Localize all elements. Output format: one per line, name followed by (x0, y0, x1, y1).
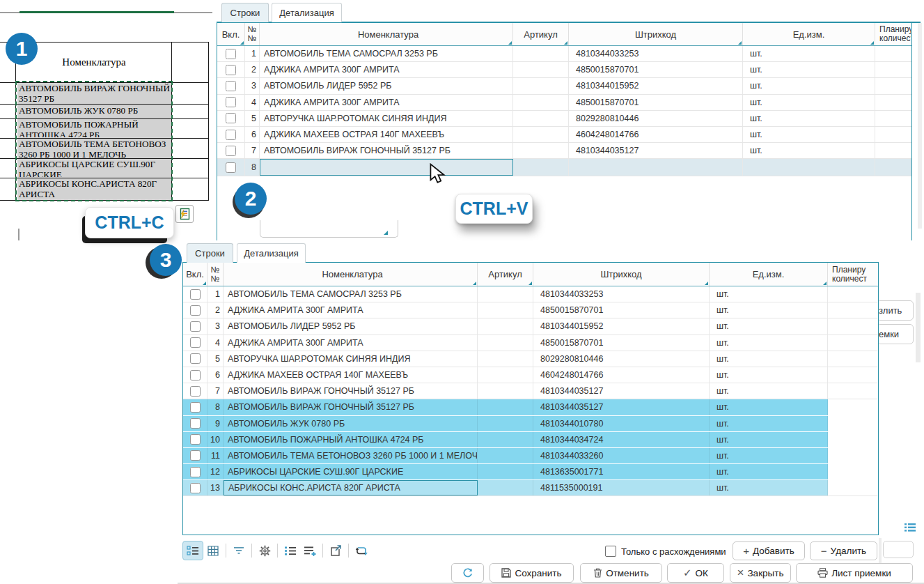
row-checkbox[interactable] (190, 353, 201, 364)
row-unit[interactable]: шт. (710, 335, 828, 351)
row-nomenclature[interactable]: АВТОРУЧКА ШАР.РОТОМАК СИНЯЯ ИНДИЯ (224, 351, 478, 367)
table-row[interactable]: 3АВТОМОБИЛЬ ЛИДЕР 5952 РБ4810344015952шт… (217, 78, 911, 94)
row-barcode[interactable]: 4850015870701 (569, 95, 743, 110)
row-planned[interactable] (875, 46, 911, 61)
column-header-nomenclature[interactable]: Номенклатура (224, 263, 478, 286)
close-button[interactable]: × Закрыть (730, 563, 791, 583)
row-checkbox[interactable] (226, 81, 236, 91)
row-checkbox[interactable] (226, 113, 236, 123)
row-planned[interactable] (828, 448, 877, 463)
row-article[interactable] (478, 416, 533, 431)
row-checkbox-cell[interactable] (183, 335, 207, 351)
row-nomenclature[interactable]: АВТОМОБИЛЬ ТЕМА САМОСРАЛ 3253 РБ (224, 286, 478, 302)
row-checkbox-cell[interactable] (183, 367, 207, 383)
row-checkbox[interactable] (190, 305, 201, 316)
row-article[interactable] (478, 335, 533, 351)
table-row[interactable]: 8АВТОМОБИЛЬ ВИРАЖ ГОНОЧНЫЙ 35127 РБ48103… (183, 399, 878, 415)
acceptance-sheet-button[interactable]: Лист приемки (796, 563, 913, 583)
row-planned[interactable] (828, 399, 877, 415)
row-barcode[interactable]: 4810344035127 (569, 143, 743, 158)
row-checkbox-cell[interactable] (183, 399, 207, 415)
table-row[interactable]: 4АДЖИКА АМРИТА 300Г АМРИТА4850015870701ш… (183, 335, 878, 351)
row-checkbox-cell[interactable] (217, 95, 245, 110)
row-barcode[interactable]: 4604248014766 (569, 127, 743, 142)
row-barcode[interactable]: 4810344015952 (569, 78, 743, 93)
column-header-incl[interactable]: Вкл. (183, 263, 207, 286)
view-list-icon[interactable] (182, 541, 203, 560)
row-number[interactable]: 6 (245, 127, 260, 142)
row-barcode[interactable]: 4604248014766 (533, 367, 710, 383)
row-unit[interactable]: шт. (710, 399, 828, 415)
row-checkbox-cell[interactable] (217, 78, 245, 93)
row-unit[interactable]: шт. (743, 78, 875, 93)
column-header-article[interactable]: Артикул (478, 263, 533, 286)
ok-button[interactable]: ✓ ОК (667, 563, 724, 583)
row-checkbox[interactable] (226, 162, 236, 173)
row-article[interactable] (478, 318, 533, 334)
row-barcode[interactable]: 4813635001771 (533, 464, 710, 479)
row-planned[interactable] (828, 286, 877, 302)
row-article[interactable] (513, 46, 569, 61)
row-planned[interactable] (828, 335, 877, 351)
table-row[interactable]: 7АВТОМОБИЛЬ ВИРАЖ ГОНОЧНЫЙ 35127 РБ48103… (217, 143, 911, 159)
gear-icon[interactable] (255, 541, 274, 560)
row-nomenclature[interactable]: АВТОМОБИЛЬ ЛИДЕР 5952 РБ (224, 318, 478, 334)
row-checkbox[interactable] (226, 130, 236, 140)
row-nomenclature[interactable] (260, 159, 513, 176)
row-number[interactable]: 3 (245, 78, 260, 93)
row-checkbox-cell[interactable] (217, 143, 245, 158)
row-number[interactable]: 8 (245, 159, 260, 176)
row-nomenclature[interactable]: АВТОМОБИЛЬ ВИРАЖ ГОНОЧНЫЙ 35127 РБ (260, 143, 513, 158)
row-unit[interactable] (743, 159, 875, 176)
paste-options-icon[interactable] (175, 205, 194, 223)
row-number[interactable]: 4 (245, 95, 260, 110)
row-article[interactable] (478, 399, 533, 415)
row-article[interactable] (478, 383, 533, 399)
row-number[interactable]: 1 (207, 286, 224, 302)
row-barcode[interactable]: 4850015870701 (533, 302, 710, 318)
row-checkbox[interactable] (190, 434, 201, 445)
row-nomenclature[interactable]: АБРИКОСЫ ЦАРСКИЕ СУШ.90Г ЦАРСКИЕ (224, 464, 478, 479)
row-article[interactable] (513, 143, 569, 158)
row-checkbox[interactable] (190, 467, 201, 477)
row-planned[interactable] (875, 111, 911, 126)
row-nomenclature[interactable]: АВТОМОБИЛЬ ПОЖАРНЫЙ АНТОШКА 4724 РБ (224, 432, 478, 447)
row-checkbox-cell[interactable] (183, 432, 207, 447)
row-checkbox-cell[interactable] (217, 111, 245, 126)
table-row[interactable]: 2АДЖИКА АМРИТА 300Г АМРИТА4850015870701ш… (217, 62, 911, 78)
row-article[interactable] (513, 111, 569, 126)
row-barcode[interactable]: 4810344035127 (533, 383, 710, 399)
column-header-num[interactable]: №№ (245, 23, 260, 45)
row-nomenclature[interactable]: АВТОМОБИЛЬ ТЕМА САМОСРАЛ 3253 РБ (260, 46, 513, 61)
row-article[interactable] (478, 302, 533, 318)
row-planned[interactable] (828, 351, 877, 367)
row-unit[interactable]: шт. (743, 95, 875, 110)
scrollbar-track[interactable] (918, 23, 922, 229)
row-checkbox[interactable] (226, 146, 236, 156)
row-planned[interactable] (875, 143, 911, 158)
row-checkbox-cell[interactable] (183, 464, 207, 479)
row-article[interactable] (513, 78, 569, 93)
row-nomenclature[interactable]: АВТОМОБИЛЬ ЛИДЕР 5952 РБ (260, 78, 513, 93)
row-barcode[interactable] (569, 159, 743, 176)
row-article[interactable] (478, 286, 533, 302)
numbered-list-icon[interactable] (281, 541, 300, 560)
row-number[interactable]: 13 (207, 480, 224, 495)
external-link-icon[interactable] (326, 541, 345, 560)
row-checkbox[interactable] (190, 483, 201, 493)
row-unit[interactable]: шт. (710, 448, 828, 463)
table-row[interactable]: 5АВТОРУЧКА ШАР.РОТОМАК СИНЯЯ ИНДИЯ802928… (217, 111, 911, 127)
row-nomenclature[interactable]: АБРИКОСЫ КОНС.АРИСТА 820Г АРИСТА (224, 480, 478, 495)
row-article[interactable] (478, 448, 533, 463)
tab-details-top[interactable]: Детализация (272, 3, 342, 22)
row-unit[interactable]: шт. (743, 143, 875, 158)
row-checkbox-cell[interactable] (217, 159, 245, 176)
add-button[interactable]: + Добавить (733, 541, 805, 560)
cancel-button[interactable]: Отменить (580, 563, 662, 583)
table-row[interactable]: 6АДЖИКА МАХЕЕВ ОСТРАЯ 140Г МАХЕЕВЪ460424… (183, 367, 878, 383)
row-checkbox[interactable] (190, 289, 201, 300)
underlying-delete-button-fragment[interactable]: злить (877, 300, 914, 321)
row-barcode[interactable]: 4810344015952 (533, 318, 710, 334)
column-header-unit[interactable]: Ед.изм. (743, 23, 875, 45)
row-article[interactable] (478, 464, 533, 479)
